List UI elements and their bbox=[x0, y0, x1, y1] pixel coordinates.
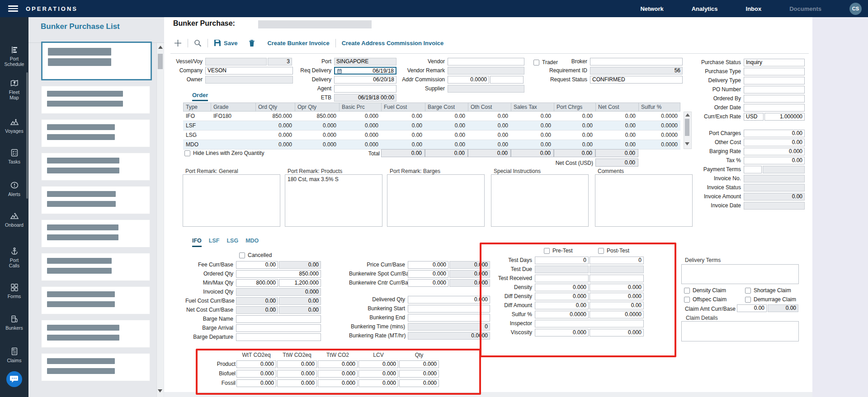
co2-value-field[interactable]: 0.000 bbox=[318, 360, 358, 368]
bunker-purchase-list-item[interactable] bbox=[41, 286, 150, 314]
form-field-density[interactable]: 0.000 bbox=[535, 284, 589, 291]
form-field-curr-exch-rate[interactable]: 1.000000 bbox=[764, 113, 805, 121]
form-field-min-max-qty[interactable]: 800.000 bbox=[236, 279, 278, 287]
form-field-test-received[interactable] bbox=[590, 275, 644, 282]
remark-input-port-remark-general[interactable] bbox=[183, 174, 280, 227]
form-field-sulfur-[interactable]: 0.0000 bbox=[535, 311, 589, 318]
sidebar-item-voyages[interactable]: Voyages bbox=[0, 117, 28, 134]
form-field-ordered-by[interactable] bbox=[744, 95, 805, 103]
form-field-barge-arrival[interactable] bbox=[236, 324, 321, 332]
form-field-delivered-qty[interactable]: 0.000 bbox=[408, 296, 490, 304]
tab-order[interactable]: Order bbox=[192, 92, 208, 101]
claim-amt-curr[interactable]: 0.00 bbox=[737, 304, 767, 312]
co2-value-field[interactable]: 0.000 bbox=[236, 379, 276, 387]
co2-value-field[interactable]: 0.000 bbox=[359, 360, 398, 368]
demurrage-claim-checkbox[interactable] bbox=[745, 297, 751, 303]
tab-mdo[interactable]: MDO bbox=[245, 238, 259, 247]
form-field-broker[interactable] bbox=[590, 58, 683, 65]
sidebar-item-tasks[interactable]: Tasks bbox=[0, 148, 28, 164]
bunker-purchase-list-item[interactable] bbox=[41, 86, 150, 114]
form-field-barge-departure[interactable] bbox=[236, 333, 321, 341]
form-field-viscosity[interactable]: 0.000 bbox=[535, 329, 589, 336]
bunker-purchase-list-item[interactable] bbox=[41, 253, 150, 281]
co2-value-field[interactable]: 0.000 bbox=[399, 379, 439, 387]
form-field-addr-commission[interactable] bbox=[490, 76, 524, 84]
sidebar-scrollbar[interactable] bbox=[26, 72, 28, 199]
save-button[interactable]: Save bbox=[214, 39, 237, 47]
list-scrollbar-thumb[interactable] bbox=[158, 54, 163, 69]
delete-button[interactable] bbox=[249, 39, 255, 47]
form-field-test-days[interactable]: 0 bbox=[590, 257, 644, 264]
form-field-viscosity[interactable]: 0.000 bbox=[590, 329, 644, 336]
form-field-purchase-type[interactable] bbox=[744, 68, 805, 75]
form-field-density[interactable]: 0.000 bbox=[590, 284, 644, 291]
order-table-row[interactable]: MDO0.0000.0000.0000.000.000.000.000.000.… bbox=[183, 140, 680, 149]
form-field-sulfur-[interactable]: 0.0000 bbox=[590, 311, 644, 318]
bunker-purchase-list-item[interactable] bbox=[41, 153, 150, 181]
co2-value-field[interactable]: 0.000 bbox=[236, 370, 276, 378]
bunker-purchase-list-item[interactable] bbox=[41, 186, 150, 214]
form-field-curr-exch-rate[interactable]: USD bbox=[744, 113, 764, 121]
form-field-min-max-qty[interactable]: 1,200.000 bbox=[279, 279, 321, 287]
avatar[interactable]: CS bbox=[849, 3, 862, 15]
sidebar-item-onboard[interactable]: Onboard bbox=[0, 211, 28, 228]
form-field-delivery[interactable]: 06/20/18 bbox=[334, 76, 396, 84]
tab-lsf[interactable]: LSF bbox=[209, 238, 220, 247]
form-field-bunkering-end[interactable] bbox=[408, 314, 490, 322]
bunker-purchase-list-item[interactable] bbox=[41, 320, 150, 348]
sidebar-item-bunkers[interactable]: Bunkers bbox=[0, 314, 28, 331]
search-button[interactable] bbox=[194, 39, 202, 47]
form-field-port-charges[interactable]: 0.00 bbox=[744, 130, 805, 137]
tab-lsg[interactable]: LSG bbox=[226, 238, 238, 247]
co2-value-field[interactable]: 0.000 bbox=[399, 370, 439, 378]
form-field-diff-density[interactable]: 0.000 bbox=[590, 293, 644, 300]
co2-value-field[interactable]: 0.000 bbox=[236, 360, 276, 368]
form-field-other-cost[interactable]: 0.00 bbox=[744, 139, 805, 146]
sidebar-item-port-calls[interactable]: PortCalls bbox=[0, 247, 28, 268]
co2-value-field[interactable]: 0.000 bbox=[277, 370, 317, 378]
co2-value-field[interactable]: 0.000 bbox=[318, 379, 358, 387]
form-field-po-number[interactable] bbox=[744, 86, 805, 93]
form-field-test-days[interactable]: 0 bbox=[535, 257, 589, 264]
hide-zero-checkbox[interactable] bbox=[184, 150, 190, 156]
form-field-bunkerwire-spot-curr-base[interactable]: 0.000 bbox=[408, 270, 448, 278]
bunker-purchase-list-item[interactable] bbox=[41, 353, 150, 381]
form-field-diff-amount[interactable]: 0.00 bbox=[535, 302, 589, 309]
form-field-bunkering-start[interactable] bbox=[408, 305, 490, 313]
form-field-vendor[interactable] bbox=[448, 58, 524, 65]
order-table-row[interactable]: LSG0.0000.0000.0000.000.000.000.000.000.… bbox=[183, 131, 680, 140]
form-field-diff-density[interactable]: 0.000 bbox=[535, 293, 589, 300]
post-test-checkbox[interactable] bbox=[598, 248, 604, 254]
form-field-tax-[interactable]: 0.00 bbox=[744, 157, 805, 164]
co2-value-field[interactable]: 0.000 bbox=[277, 360, 317, 368]
list-scrollbar[interactable] bbox=[156, 43, 164, 397]
sidebar-item-fleet-map[interactable]: FleetMap bbox=[0, 79, 28, 100]
create-address-commission-invoice-button[interactable]: Create Address Commission Invoice bbox=[342, 40, 444, 47]
co2-value-field[interactable]: 0.000 bbox=[318, 370, 358, 378]
form-field-purchase-status[interactable]: Inquiry bbox=[744, 59, 805, 66]
density-claim-checkbox[interactable] bbox=[684, 288, 690, 294]
scroll-down-icon[interactable] bbox=[685, 142, 689, 145]
bunker-purchase-list-item[interactable] bbox=[41, 220, 150, 248]
sidebar-item-alerts[interactable]: Alerts bbox=[0, 181, 28, 197]
order-table-row[interactable]: IFOIFO180850.000850.0000.0000.000.000.00… bbox=[183, 112, 680, 121]
chat-button[interactable] bbox=[6, 371, 22, 387]
co2-value-field[interactable]: 0.000 bbox=[359, 370, 398, 378]
delivery-terms-input[interactable] bbox=[681, 264, 799, 284]
co2-value-field[interactable]: 0.000 bbox=[399, 360, 439, 368]
co2-value-field[interactable]: 0.000 bbox=[359, 379, 398, 387]
form-field-payment-terms[interactable] bbox=[744, 166, 762, 173]
nav-item-documents[interactable]: Documents bbox=[789, 5, 821, 12]
form-field-request-status[interactable]: CONFIRMED bbox=[590, 76, 683, 84]
form-field-fee-curr-base[interactable]: 0.00 bbox=[236, 261, 278, 269]
tab-ifo[interactable]: IFO bbox=[192, 238, 202, 247]
form-field-delivery-type[interactable] bbox=[744, 77, 805, 84]
create-bunker-invoice-button[interactable]: Create Bunker Invoice bbox=[267, 40, 329, 47]
scroll-up-icon[interactable] bbox=[685, 113, 690, 117]
remark-input-port-remark-products[interactable]: 180 Cst, max 3.5% S bbox=[285, 174, 382, 227]
sidebar-item-claims[interactable]: Claims bbox=[0, 347, 28, 363]
bunker-purchase-list-item[interactable] bbox=[41, 119, 150, 147]
trader-checkbox[interactable] bbox=[533, 60, 539, 65]
scroll-up-icon[interactable] bbox=[158, 46, 163, 49]
form-field-order-date[interactable] bbox=[744, 104, 805, 112]
